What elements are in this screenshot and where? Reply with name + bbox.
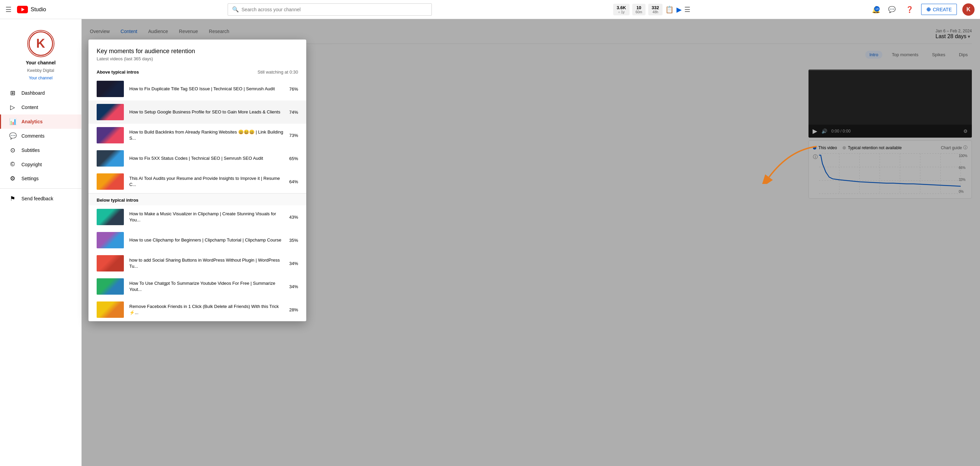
modal-video-pct-1: 76% [289,86,298,92]
search-icon: 🔍 [232,6,239,13]
modal-video-pct-4: 65% [289,156,298,161]
modal-video-pct-6: 43% [289,215,298,220]
stat-sub-10: 60m [636,10,642,14]
sidebar-label-copyright: Copyright [21,162,42,167]
modal-below-label: Below typical intros [97,198,138,203]
studio-label: Studio [30,6,46,13]
sidebar-item-copyright[interactable]: © Copyright [0,157,81,171]
modal-overlay[interactable]: Key moments for audience retention Lates… [82,19,980,466]
feedback-icon: ⚑ [9,195,16,202]
modal-above-meta: Still watching at 0:30 [258,70,298,75]
stat-sub-332: 48h [653,10,659,14]
modal-video-pct-2: 74% [289,110,298,115]
help-icon[interactable]: ❓ [904,3,916,16]
sidebar-item-content[interactable]: ▷ Content [0,100,81,115]
sidebar-nav: ⊞ Dashboard ▷ Content 📊 Analytics 💬 Comm… [0,86,81,206]
modal-video-row-1[interactable]: How to Fix Duplicate Title Tag SEO Issue… [89,77,306,101]
sidebar-item-settings[interactable]: ⚙ Settings [0,171,81,186]
modal-thumb-4 [97,150,124,167]
hamburger-icon[interactable]: ☰ [5,5,11,14]
content-icon: ▷ [9,104,16,111]
search-input[interactable] [242,7,427,12]
sidebar-item-send-feedback[interactable]: ⚑ Send feedback [0,192,81,206]
avatar-letter: K [966,6,970,13]
modal-video-title-2: How to Setup Google Business Profile for… [129,109,284,115]
modal-video-pct-3: 73% [289,133,298,138]
modal-video-title-9: How To Use Chatgpt To Summarize Youtube … [129,280,284,293]
modal-video-title-1: How to Fix Duplicate Title Tag SEO Issue… [129,86,284,92]
avatar[interactable]: K [962,3,975,16]
notifications-button[interactable]: 🔔 18 [872,5,880,14]
copyright-icon: © [9,161,16,168]
sidebar-label-feedback: Send feedback [21,196,53,201]
stat-box-10: 10 60m [632,4,646,15]
modal-video-title-3: How to Build Backlinks from Already Rank… [129,129,284,141]
chat-icon[interactable]: 💬 [886,3,898,16]
modal-header: Key moments for audience retention Lates… [89,40,306,64]
modal-thumb-7 [97,232,124,248]
modal-thumb-3 [97,127,124,144]
channel-username: Kwebby Digital [27,68,54,73]
sidebar-item-comments[interactable]: 💬 Comments [0,129,81,143]
search-bar[interactable]: 🔍 [228,3,432,16]
channel-info: K Your channel Kwebby Digital Your chann… [0,24,81,86]
modal-video-row-6[interactable]: How to Make a Music Visualizer in Clipch… [89,206,306,228]
modal-video-title-5: This AI Tool Audits your Resume and Prov… [129,176,284,188]
channel-avatar[interactable]: K [27,30,54,57]
app-body: K Your channel Kwebby Digital Your chann… [0,19,980,466]
menu-icon[interactable]: ☰ [684,5,690,14]
sidebar-item-subtitles[interactable]: ⊙ Subtitles [0,143,81,157]
modal-video-title-10: Remove Facebook Friends in 1 Click (Bulk… [129,303,284,316]
stat-sub-views: ○ 1y [618,10,624,14]
channel-name: Your channel [26,60,56,65]
sidebar-label-subtitles: Subtitles [21,147,40,153]
modal-video-pct-9: 34% [289,284,298,289]
logo-area[interactable]: Studio [17,6,46,13]
modal-title: Key moments for audience retention [97,48,298,55]
modal-video-pct-7: 35% [289,238,298,243]
modal-above-section-header: Above typical intros Still watching at 0… [89,64,306,77]
sidebar-item-analytics[interactable]: 📊 Analytics [0,115,81,129]
notification-badge: 18 [874,6,880,11]
analytics-icon: 📊 [9,118,16,125]
modal-video-row-5[interactable]: This AI Tool Audits your Resume and Prov… [89,170,306,193]
modal-video-row-4[interactable]: How to Fix 5XX Status Codes | Technical … [89,147,306,170]
sidebar: K Your channel Kwebby Digital Your chann… [0,19,82,466]
vid-manager-icon[interactable]: 📋 [665,5,674,14]
sidebar-item-dashboard[interactable]: ⊞ Dashboard [0,86,81,100]
modal-below-section-header: Below typical intros [89,193,306,206]
modal-video-row-3[interactable]: How to Build Backlinks from Already Rank… [89,124,306,147]
youtube-logo-icon [17,6,28,13]
modal-video-row-2[interactable]: How to Setup Google Business Profile for… [89,101,306,124]
modal-thumb-1 [97,81,124,97]
play-icon[interactable]: ▶ [676,5,682,14]
create-label: CREATE [933,7,952,12]
header-right: 🔔 18 💬 ❓ ⊕ CREATE K [872,3,975,16]
modal-video-title-6: How to Make a Music Visualizer in Clipch… [129,211,284,223]
stat-value-views: 3.6K [617,5,626,10]
top-header: ☰ Studio 🔍 3.6K ○ 1y 10 60m 332 48h 📋 ▶ … [0,0,980,19]
main-content: Overview Content Audience Revenue Resear… [82,19,980,466]
stat-box-views: 3.6K ○ 1y [613,4,629,15]
create-button[interactable]: ⊕ CREATE [921,4,957,15]
modal-thumb-10 [97,302,124,318]
stat-value-10: 10 [636,5,641,10]
modal-video-row-7[interactable]: How to use Clipchamp for Beginners | Cli… [89,228,306,252]
channel-link[interactable]: Your channel [29,76,53,80]
dashboard-icon: ⊞ [9,89,16,97]
sidebar-label-comments: Comments [21,133,45,139]
settings-icon: ⚙ [9,175,16,182]
modal-subtitle: Latest videos (last 365 days) [97,56,298,61]
modal-video-row-8[interactable]: how to add Social Sharing Buttons in Wor… [89,252,306,275]
modal-thumb-5 [97,173,124,190]
modal-video-row-10[interactable]: Remove Facebook Friends in 1 Click (Bulk… [89,298,306,321]
above-typical-videos: How to Fix Duplicate Title Tag SEO Issue… [89,77,306,193]
create-plus-icon: ⊕ [926,6,931,13]
modal-thumb-8 [97,255,124,271]
modal-thumb-2 [97,104,124,120]
modal-video-pct-10: 28% [289,307,298,312]
modal-video-row-9[interactable]: How To Use Chatgpt To Summarize Youtube … [89,275,306,298]
modal-video-title-4: How to Fix 5XX Status Codes | Technical … [129,155,284,161]
sidebar-label-settings: Settings [21,176,39,181]
sidebar-label-content: Content [21,105,38,110]
